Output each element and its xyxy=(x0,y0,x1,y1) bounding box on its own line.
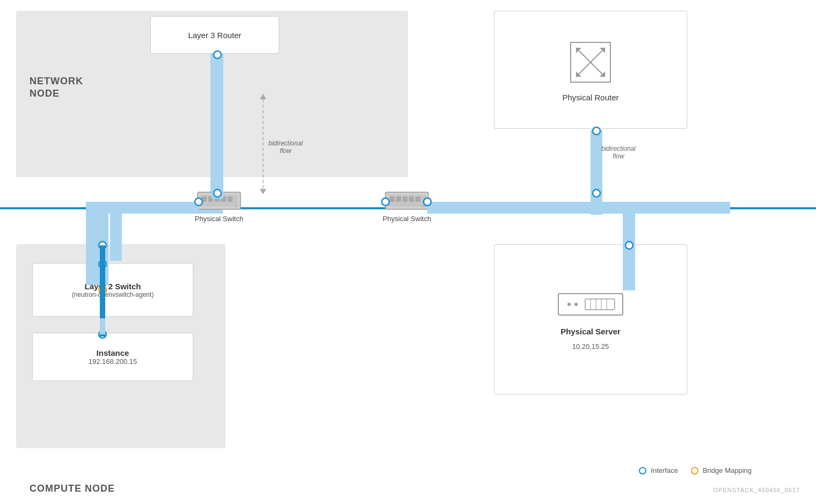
bidir-flow-label-left: bidirectionalflow xyxy=(268,140,303,155)
svg-rect-29 xyxy=(416,196,420,202)
physical-switch-1-label: Physical Switch xyxy=(187,215,251,223)
svg-rect-22 xyxy=(234,205,238,207)
connections-svg xyxy=(0,0,816,504)
svg-rect-21 xyxy=(228,196,232,202)
svg-point-48 xyxy=(424,198,431,206)
svg-point-44 xyxy=(214,189,221,197)
compute-vertical-cable xyxy=(86,202,98,285)
svg-point-50 xyxy=(593,189,600,197)
legend-interface: Interface xyxy=(639,466,678,474)
legend: Interface Bridge Mapping xyxy=(639,466,752,474)
physical-switch-2-label: Physical Switch xyxy=(375,215,439,223)
svg-point-45 xyxy=(195,198,202,206)
watermark: OPENSTACK_450456_0617 xyxy=(713,487,800,493)
physical-switch-2-icon xyxy=(385,192,428,209)
network-diagram: NETWORKNODE Layer 3 Router COMPUTE NODE … xyxy=(0,0,816,504)
svg-marker-36 xyxy=(260,94,266,99)
svg-rect-57 xyxy=(100,318,105,334)
svg-rect-27 xyxy=(403,196,407,202)
legend-bridge-mapping-dot xyxy=(691,467,698,474)
svg-rect-31 xyxy=(212,54,223,199)
legend-interface-dot xyxy=(639,467,646,474)
svg-rect-26 xyxy=(396,196,401,202)
legend-interface-label: Interface xyxy=(651,466,678,474)
server-horizontal-cable xyxy=(623,202,730,214)
svg-point-51 xyxy=(625,242,633,249)
legend-bridge-mapping-label: Bridge Mapping xyxy=(703,466,752,474)
svg-point-49 xyxy=(593,127,600,135)
svg-rect-25 xyxy=(390,196,395,202)
svg-rect-40 xyxy=(427,202,634,214)
svg-point-43 xyxy=(214,51,221,59)
svg-rect-41 xyxy=(591,130,602,215)
legend-bridge-mapping: Bridge Mapping xyxy=(691,466,752,474)
bidir-flow-label-right: bidirectionalflow xyxy=(601,145,636,160)
svg-marker-35 xyxy=(260,189,266,194)
svg-point-47 xyxy=(382,198,389,206)
svg-rect-28 xyxy=(409,196,414,202)
